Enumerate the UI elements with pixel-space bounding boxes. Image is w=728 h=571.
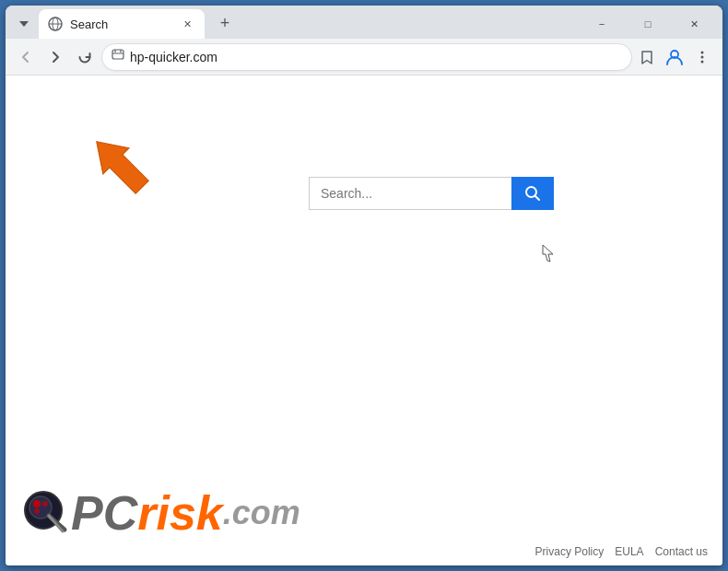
browser-window: Search ✕ + − □ ✕ <box>6 6 722 565</box>
forward-button[interactable] <box>42 44 68 70</box>
tab-bar: Search ✕ + − □ ✕ <box>6 6 722 39</box>
active-tab: Search ✕ <box>39 9 205 39</box>
arrow-annotation <box>81 126 164 213</box>
nav-right-buttons <box>662 44 715 70</box>
svg-line-13 <box>535 196 540 201</box>
svg-rect-3 <box>112 50 123 59</box>
svg-marker-11 <box>84 129 156 201</box>
maximize-button[interactable]: □ <box>627 11 669 37</box>
minimize-button[interactable]: − <box>581 11 623 37</box>
contact-us-link[interactable]: Contact us <box>655 545 708 558</box>
window-controls: − □ ✕ <box>581 11 715 37</box>
svg-point-17 <box>42 501 48 507</box>
svg-point-9 <box>701 55 704 58</box>
footer-links: Privacy Policy EULA Contact us <box>535 545 708 558</box>
svg-point-8 <box>701 51 704 53</box>
window-close-button[interactable]: ✕ <box>673 11 715 37</box>
eula-link[interactable]: EULA <box>615 545 643 558</box>
cursor <box>542 244 553 261</box>
tab-dropdown-button[interactable] <box>13 13 35 35</box>
back-button[interactable] <box>13 44 39 70</box>
tab-favicon-icon <box>48 17 63 31</box>
bookmark-button[interactable] <box>636 46 658 68</box>
navigation-bar <box>6 39 722 76</box>
search-area <box>309 177 554 210</box>
new-tab-button[interactable]: + <box>212 10 238 36</box>
url-input[interactable] <box>130 50 622 64</box>
svg-point-10 <box>701 60 704 63</box>
address-bar[interactable] <box>101 43 632 71</box>
search-input[interactable] <box>309 177 511 210</box>
security-icon <box>112 49 124 64</box>
profile-button[interactable] <box>662 44 687 70</box>
privacy-policy-link[interactable]: Privacy Policy <box>535 545 605 558</box>
page-footer: Privacy Policy EULA Contact us <box>6 519 722 565</box>
menu-button[interactable] <box>689 44 715 70</box>
page-content: PCrisk.com Privacy Policy EULA Contact u… <box>6 76 722 565</box>
svg-point-16 <box>33 500 41 507</box>
tab-close-button[interactable]: ✕ <box>179 16 195 32</box>
reload-button[interactable] <box>72 44 98 70</box>
svg-point-18 <box>34 508 40 514</box>
tab-title: Search <box>70 17 171 31</box>
search-button[interactable] <box>511 177 554 210</box>
